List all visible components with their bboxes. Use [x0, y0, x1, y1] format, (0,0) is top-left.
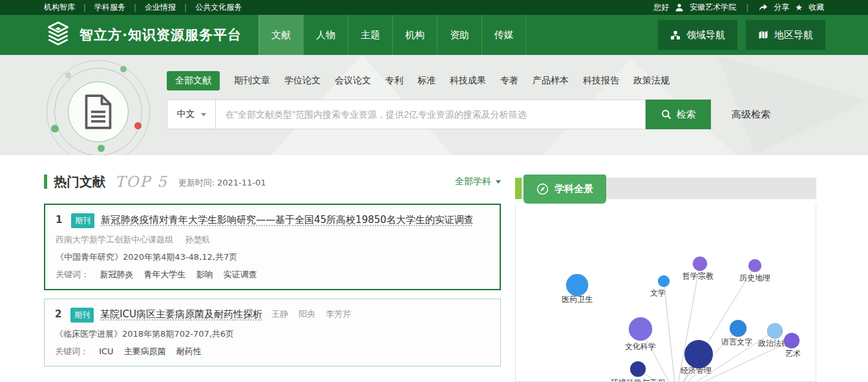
search-icon	[661, 109, 672, 120]
discipline-bubble-chart: 医药卫生文学哲学宗教历史地理文化科学经济管理语言文字政治法律艺术环境科学与工程	[516, 204, 816, 382]
primary-nav-tabs: 文献 人物 主题 机构 资助 传媒	[259, 15, 526, 55]
discipline-bubble[interactable]	[566, 274, 588, 296]
doc-type-tabs: 全部文献 期刊文章 学位论文 会议论文 专利 标准 科技成果 专著 产品样本 科…	[167, 71, 770, 90]
discipline-bubble[interactable]	[748, 259, 761, 272]
discipline-panorama-panel: 学科全景 医药卫生文学哲学宗教历史地理文化科学经济管理语言文字政治法律艺术环境科…	[509, 175, 816, 382]
keyword[interactable]: 新冠肺炎	[100, 270, 133, 279]
star-icon: ★	[795, 3, 803, 12]
document-title-link[interactable]: 某院ICU病区主要病原菌及耐药性探析	[100, 306, 262, 323]
nav-tab-topics[interactable]: 主题	[348, 15, 392, 55]
bubble-label: 历史地理	[739, 273, 770, 282]
orbit-dot	[51, 125, 59, 133]
keyword[interactable]: 主要病原菌	[124, 346, 166, 356]
rank-number: 1	[56, 211, 71, 228]
top-menu: 机构智库| 学科服务| 企业情报| 公共文化服务	[44, 2, 250, 13]
discipline-bubble[interactable]	[630, 361, 646, 377]
top-menu-item-subject-service[interactable]: 学科服务	[86, 2, 134, 13]
discipline-bubble[interactable]	[767, 323, 783, 339]
top-menu-item-think-tank[interactable]: 机构智库	[44, 2, 83, 13]
doc-tab-all[interactable]: 全部文献	[167, 71, 220, 90]
divider: |	[746, 3, 748, 12]
region-nav-button[interactable]: 地区导航	[746, 20, 825, 50]
doc-tab-patent[interactable]: 专利	[385, 75, 403, 87]
author[interactable]: 阳央	[299, 309, 315, 319]
doc-tab-standard[interactable]: 标准	[418, 75, 436, 87]
compass-icon	[536, 183, 549, 195]
panorama-chart-area: 医药卫生文学哲学宗教历史地理文化科学经济管理语言文字政治法律艺术环境科学与工程	[515, 204, 816, 382]
doc-tab-thesis[interactable]: 学位论文	[284, 75, 321, 87]
top-menu-item-public-culture[interactable]: 公共文化服务	[187, 2, 250, 13]
doc-tab-tech-report[interactable]: 科技报告	[583, 75, 619, 87]
share-icon	[758, 3, 768, 12]
discipline-bubble[interactable]	[784, 333, 799, 348]
hot-document-card-1[interactable]: 1 期刊 新冠肺炎疫情对青年大学生影响研究——基于全国45所高校19850名大学…	[44, 204, 501, 290]
keyword[interactable]: ICU	[99, 346, 113, 356]
lime-accent-bar	[515, 178, 522, 199]
map-icon	[758, 30, 768, 39]
orbit-dot	[120, 66, 127, 72]
author[interactable]: 王静	[271, 309, 288, 319]
subject-filter-dropdown[interactable]: 全部学科	[455, 176, 501, 187]
document-orbit-graphic	[47, 60, 150, 155]
discipline-bubble[interactable]	[684, 340, 713, 368]
orbit-dot	[98, 145, 105, 152]
doc-tab-product-sample[interactable]: 产品样本	[533, 75, 569, 87]
nav-tab-literature[interactable]: 文献	[259, 15, 303, 55]
keyword[interactable]: 青年大学生	[143, 270, 185, 279]
hot-documents-section: 热门文献 TOP 5 更新时间:2021-11-01 全部学科 1 期刊 新冠肺…	[44, 172, 501, 366]
discipline-bubble[interactable]	[730, 320, 746, 337]
logo[interactable]: 智立方·知识资源服务平台	[0, 15, 259, 55]
domain-nav-button[interactable]: 领域导航	[658, 20, 737, 50]
journal-tag: 期刊	[71, 213, 94, 228]
account-name[interactable]: 安徽艺术学院	[690, 2, 736, 13]
journal-tag: 期刊	[70, 308, 94, 323]
document-title-link[interactable]: 新冠肺炎疫情对青年大学生影响研究——基于全国45所高校19850名大学生的实证调…	[101, 211, 474, 228]
discipline-bubble[interactable]	[658, 275, 670, 287]
top-menu-item-enterprise-intel[interactable]: 企业情报	[136, 2, 184, 13]
nav-tab-institutions[interactable]: 机构	[392, 15, 437, 55]
keyword[interactable]: 实证调查	[224, 270, 257, 279]
nav-tab-people[interactable]: 人物	[303, 15, 348, 55]
nav-tab-funding[interactable]: 资助	[437, 15, 482, 55]
keyword[interactable]: 耐药性	[176, 346, 202, 356]
bubble-label: 环境科学与工程	[610, 378, 665, 382]
hot-document-card-2[interactable]: 2 期刊 某院ICU病区主要病原菌及耐药性探析 王静 阳央 李芳芹 《临床医学进…	[44, 299, 501, 366]
authors-line: 西南大学新学工创新中心课题组 孙楚航	[56, 234, 489, 246]
author[interactable]: 西南大学新学工创新中心课题组	[56, 235, 173, 244]
hero-search-section: 全部文献 期刊文章 学位论文 会议论文 专利 标准 科技成果 专著 产品样本 科…	[0, 55, 868, 155]
discipline-bubble[interactable]	[693, 257, 707, 271]
language-select[interactable]: 中文	[167, 100, 216, 129]
document-icon	[83, 93, 114, 131]
platform-title: 智立方·知识资源服务平台	[79, 26, 242, 44]
author[interactable]: 孙楚航	[185, 235, 210, 244]
doc-tab-journal[interactable]: 期刊文章	[234, 75, 270, 87]
keywords-label: 关键词：	[56, 270, 89, 279]
search-input[interactable]	[216, 100, 646, 129]
advanced-search-link[interactable]: 高级检索	[732, 100, 770, 129]
keywords-label: 关键词：	[55, 346, 89, 356]
share-button[interactable]: 分享	[774, 2, 789, 13]
top5-label: TOP 5	[115, 173, 168, 190]
source-line: 《中国青年研究》2020年第4期43-48,12,共7页	[56, 251, 489, 263]
doc-tab-monograph[interactable]: 专著	[500, 75, 518, 87]
author[interactable]: 李芳芹	[326, 309, 351, 319]
doc-tab-conference[interactable]: 会议论文	[335, 75, 371, 87]
discipline-bubble[interactable]	[629, 317, 652, 341]
keyword[interactable]: 影响	[196, 270, 213, 279]
bubble-label: 文学	[650, 288, 666, 297]
doc-tab-achievement[interactable]: 科技成果	[450, 75, 486, 87]
search-button[interactable]: 检索	[646, 100, 711, 129]
doc-tab-policy[interactable]: 政策法规	[633, 75, 670, 87]
bubble-label: 语言文字	[721, 337, 752, 346]
domain-nav-icon	[670, 30, 681, 40]
chevron-down-icon	[496, 180, 501, 184]
orbit-dot	[65, 72, 71, 78]
logo-cube-icon	[44, 21, 72, 49]
favorite-button[interactable]: 收藏	[809, 2, 824, 13]
keywords-line: 关键词： 新冠肺炎 青年大学生 影响 实证调查	[56, 269, 489, 281]
language-value: 中文	[177, 109, 195, 120]
bubble-label: 文化科学	[625, 342, 656, 351]
nav-tab-media[interactable]: 传媒	[482, 15, 526, 55]
section-title: 热门文献	[54, 173, 105, 191]
panorama-tab[interactable]: 学科全景	[524, 175, 606, 204]
